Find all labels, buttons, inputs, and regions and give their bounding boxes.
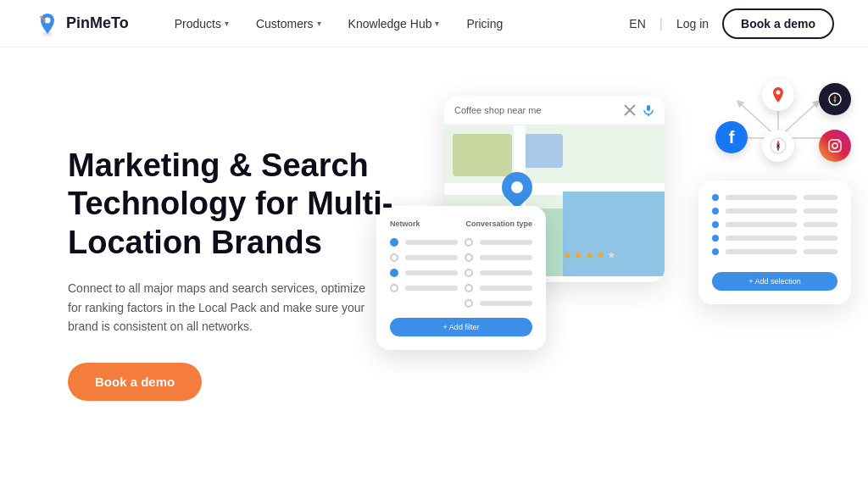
chevron-down-icon-products: ▾ (225, 19, 229, 28)
filter-dot-empty-4 (465, 269, 473, 277)
filter-dot-empty-1 (465, 238, 473, 247)
nav-item-pricing[interactable]: Pricing (454, 10, 515, 37)
nav-separator: | (659, 16, 663, 31)
svg-point-13 (777, 145, 780, 147)
list-line-1a (726, 195, 797, 200)
map-pin-inner (511, 181, 523, 193)
star-1: ★ (563, 249, 572, 261)
filter-line-r3 (480, 270, 532, 275)
star-5-empty: ★ (607, 249, 616, 261)
list-row-2 (712, 208, 837, 214)
language-selector[interactable]: EN (629, 17, 645, 31)
map-search-bar: Coffee shop near me (444, 96, 665, 125)
nav-label-customers: Customers (256, 17, 314, 31)
filter-dot-empty-3 (465, 253, 473, 262)
list-dot-5 (712, 248, 719, 255)
chevron-down-icon-knowledge: ▾ (435, 19, 439, 28)
list-dot-3 (712, 221, 719, 228)
svg-rect-4 (647, 105, 650, 111)
list-line-4a (726, 236, 797, 241)
list-card: + Add selection (698, 181, 851, 304)
facebook-icon: f (715, 121, 748, 153)
star-3: ★ (585, 249, 594, 261)
close-icon (624, 104, 636, 116)
map-block-building (453, 134, 512, 176)
map-blue-area (563, 192, 665, 276)
logo-icon (34, 10, 61, 37)
list-line-3b (804, 222, 837, 227)
hero-title: Marketing & Search Technology for Multi-… (68, 147, 424, 263)
list-row-3 (712, 221, 837, 228)
star-4: ★ (596, 249, 605, 261)
list-row-5 (712, 248, 837, 255)
list-line-1b (804, 195, 837, 200)
filter-dot-empty-6 (465, 284, 473, 292)
nav-item-products[interactable]: Products ▾ (163, 10, 241, 37)
nav-item-knowledge[interactable]: Knowledge Hub ▾ (337, 10, 452, 37)
svg-point-16 (832, 143, 837, 148)
list-line-2a (726, 208, 797, 214)
hero-section: Marketing & Search Technology for Multi-… (0, 47, 868, 500)
navbar: PinMeTo Products ▾ Customers ▾ Knowledge… (0, 0, 868, 47)
google-maps-icon (762, 79, 794, 111)
list-line-4b (804, 236, 837, 241)
list-line-2b (804, 208, 837, 214)
list-line-3a (726, 222, 797, 227)
hero-visuals: Coffee shop near me (376, 70, 851, 477)
nav-links: Products ▾ Customers ▾ Knowledge Hub ▾ P… (163, 10, 630, 37)
svg-point-17 (838, 142, 840, 143)
mic-icon (643, 104, 654, 116)
map-block-area (520, 134, 563, 168)
filter-line-r2 (480, 255, 532, 260)
add-selection-button[interactable]: + Add selection (712, 272, 837, 291)
hero-content: Marketing & Search Technology for Multi-… (68, 147, 424, 402)
apple-maps-icon (762, 130, 794, 162)
filter-line-r4 (480, 286, 532, 291)
list-row-1 (712, 194, 837, 201)
list-dot-2 (712, 208, 719, 214)
map-search-text: Coffee shop near me (454, 105, 617, 115)
svg-point-11 (776, 91, 781, 95)
filter-line-r5 (480, 301, 532, 306)
book-demo-nav-button[interactable]: Book a demo (722, 8, 834, 39)
logo-text: PinMeTo (66, 14, 129, 32)
hero-subtitle: Connect to all major maps and search ser… (68, 279, 373, 336)
nav-label-products: Products (175, 17, 221, 31)
filter-line-r1 (480, 240, 532, 245)
nav-label-pricing: Pricing (466, 17, 503, 31)
filter-col2-title: Conversation type (465, 219, 532, 228)
map-stars: ★ ★ ★ ★ ★ (563, 249, 616, 261)
list-dot-4 (712, 235, 719, 242)
hero-cta-button[interactable]: Book a demo (68, 363, 202, 401)
login-link[interactable]: Log in (676, 17, 709, 31)
compass-icon (819, 83, 851, 115)
chevron-down-icon-customers: ▾ (317, 19, 321, 28)
nav-right: EN | Log in Book a demo (629, 8, 834, 39)
list-dot-1 (712, 194, 719, 201)
list-line-5b (804, 249, 837, 254)
nav-label-knowledge: Knowledge Hub (348, 17, 432, 31)
social-cluster: f (715, 79, 851, 181)
logo-link[interactable]: PinMeTo (34, 10, 129, 37)
star-2: ★ (574, 249, 583, 261)
list-line-5a (726, 249, 797, 254)
list-row-4 (712, 235, 837, 242)
instagram-icon (819, 130, 851, 162)
nav-item-customers[interactable]: Customers ▾ (244, 10, 333, 37)
filter-dot-empty-7 (465, 299, 473, 308)
